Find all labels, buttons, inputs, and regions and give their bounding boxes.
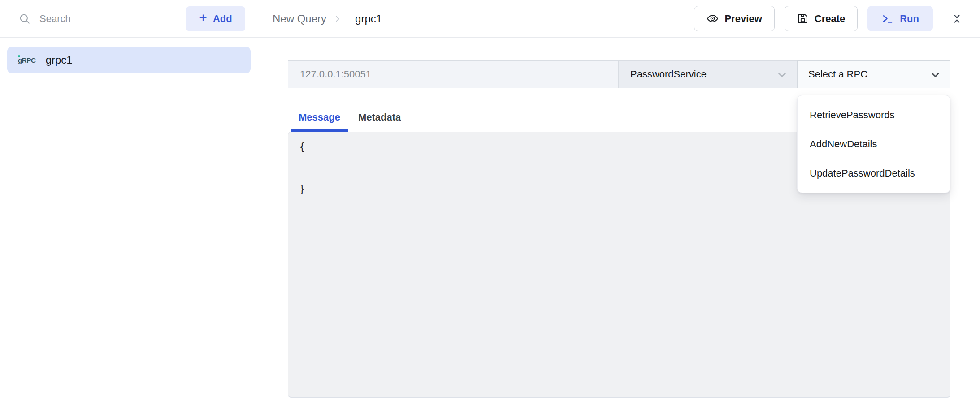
- breadcrumb-parent[interactable]: New Query: [273, 13, 326, 25]
- eye-icon: [707, 13, 719, 25]
- query-sidebar: + Add gRPC grpc1: [0, 0, 258, 409]
- tab-metadata[interactable]: Metadata: [351, 112, 408, 132]
- chevron-down-icon: [776, 68, 789, 81]
- query-editor-panel: New Query grpc1: [258, 0, 980, 409]
- grpc-query-form: PasswordService Select a RPC: [258, 38, 980, 409]
- breadcrumb-current-query-name[interactable]: grpc1: [355, 13, 382, 25]
- rpc-select[interactable]: Select a RPC: [797, 60, 950, 88]
- chevron-down-icon: [929, 68, 942, 81]
- rpc-option-add-new-details[interactable]: AddNewDetails: [798, 129, 950, 159]
- preview-button[interactable]: Preview: [694, 6, 775, 31]
- service-select-value: PasswordService: [630, 69, 707, 80]
- service-select[interactable]: PasswordService: [619, 60, 797, 88]
- add-button-label: Add: [213, 13, 232, 25]
- rpc-select-placeholder: Select a RPC: [808, 69, 867, 80]
- rpc-option-update-password-details[interactable]: UpdatePasswordDetails: [798, 159, 950, 188]
- create-button-label: Create: [815, 13, 845, 25]
- search-box: [19, 13, 178, 25]
- panel-right-edge-divider: [979, 0, 979, 409]
- chevron-right-icon: [333, 14, 343, 24]
- run-button-label: Run: [900, 13, 919, 25]
- search-icon: [19, 13, 30, 25]
- query-editor-header: New Query grpc1: [258, 0, 980, 38]
- add-query-button[interactable]: + Add: [186, 6, 245, 31]
- rpc-option-retrieve-passwords[interactable]: RetrievePasswords: [798, 100, 950, 129]
- run-button[interactable]: Run: [867, 6, 933, 31]
- app-window: + Add gRPC grpc1 New Query grpc1: [0, 0, 980, 409]
- terminal-prompt-icon: [881, 13, 893, 25]
- sidebar-header: + Add: [0, 0, 258, 38]
- header-actions: Preview Create: [694, 6, 965, 31]
- preview-button-label: Preview: [725, 13, 762, 25]
- query-item-label: grpc1: [46, 54, 73, 66]
- query-list: gRPC grpc1: [0, 38, 258, 82]
- connection-row: PasswordService Select a RPC: [288, 60, 950, 88]
- create-button[interactable]: Create: [785, 6, 858, 31]
- search-input[interactable]: [39, 13, 178, 25]
- plus-icon: +: [199, 11, 207, 25]
- collapse-chevrons-icon: [951, 12, 963, 26]
- save-icon: [797, 13, 808, 24]
- collapse-panel-button[interactable]: [949, 10, 965, 27]
- grpc-logo-icon: gRPC: [18, 56, 36, 64]
- breadcrumb: New Query grpc1: [273, 13, 382, 25]
- query-list-item-grpc1[interactable]: gRPC grpc1: [7, 47, 251, 73]
- server-url-input[interactable]: [288, 60, 619, 88]
- rpc-dropdown-menu: RetrievePasswords AddNewDetails UpdatePa…: [797, 95, 950, 193]
- tab-message[interactable]: Message: [291, 112, 348, 132]
